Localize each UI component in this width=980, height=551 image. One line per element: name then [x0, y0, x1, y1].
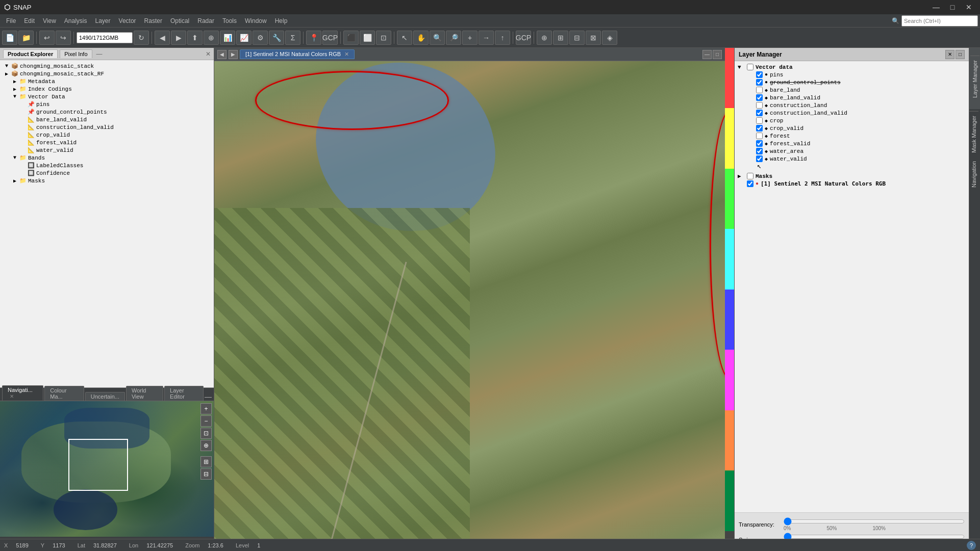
tree-item-forest-valid[interactable]: 📐 forest_valid [2, 139, 212, 146]
tool18[interactable]: ⊟ [569, 31, 585, 45]
map-view[interactable] [214, 61, 725, 551]
forest-checkbox[interactable] [756, 133, 763, 139]
tool1[interactable]: ◀ [155, 31, 170, 45]
gcp-button[interactable]: GCP [322, 31, 338, 45]
tree-item-water-valid[interactable]: 📐 water_valid [2, 146, 212, 154]
lm-item-bare-land-valid[interactable]: ◆ bare_land_valid [737, 94, 967, 101]
zoom-out-nav-button[interactable]: − [200, 415, 212, 427]
tree-item-bare-land-valid[interactable]: 📐 bare_land_valid [2, 116, 212, 123]
tool5[interactable]: 📊 [220, 31, 235, 45]
next-view-button[interactable]: ▶ [229, 50, 238, 59]
prev-view-button[interactable]: ◀ [217, 50, 227, 59]
zoom-in-nav-button[interactable]: + [200, 403, 212, 414]
view-tab-close-icon[interactable]: ✕ [344, 51, 349, 57]
tree-item-bands[interactable]: ▼ 📁 Bands [2, 154, 212, 162]
lm-close-button[interactable]: ✕ [945, 50, 954, 59]
lm-section-masks[interactable]: ▶ Masks [737, 172, 967, 180]
menu-raster[interactable]: Raster [140, 16, 166, 25]
new-button[interactable]: 📄 [2, 31, 17, 45]
menu-help[interactable]: Help [271, 16, 292, 25]
construction-land-valid-checkbox[interactable] [756, 110, 763, 116]
tool14[interactable]: → [479, 31, 494, 45]
view-tab-sentinel[interactable]: [1] Sentinel 2 MSI Natural Colors RGB ✕ [240, 49, 355, 59]
tool2[interactable]: ▶ [171, 31, 186, 45]
vector-section-checkbox[interactable] [747, 64, 753, 70]
menu-edit[interactable]: Edit [20, 16, 39, 25]
gcp-checkbox[interactable] [756, 79, 763, 86]
crop-checkbox[interactable] [756, 117, 763, 124]
zoom-in-tool[interactable]: 🔍 [430, 31, 445, 45]
sidebar-tab-layer-manager[interactable]: Layer Manager [970, 56, 979, 102]
tab-pixel-info[interactable]: Pixel Info [60, 49, 92, 58]
lm-item-construction-land[interactable]: ◆ construction_land [737, 101, 967, 109]
tree-item-chongming-stack[interactable]: ▼ 📦 chongming_mosaic_stack [2, 62, 212, 70]
maximize-button[interactable]: □ [945, 0, 960, 14]
expand-icon[interactable]: ▶ [12, 86, 18, 92]
lm-item-bare-land[interactable]: ◆ bare_land [737, 86, 967, 94]
lm-item-water-area[interactable]: ◆ water_area [737, 147, 967, 155]
masks-expand-arrow[interactable]: ▶ [738, 173, 745, 179]
search-input[interactable] [901, 15, 978, 27]
expand-icon[interactable]: ▼ [4, 63, 10, 69]
construction-land-checkbox[interactable] [756, 102, 763, 109]
tool20[interactable]: ◈ [602, 31, 617, 45]
zoom-actual-nav-button[interactable]: ⊕ [200, 440, 212, 451]
tool16[interactable]: ⊕ [537, 31, 552, 45]
panel-minimize-button[interactable]: — [96, 50, 103, 58]
bare-land-checkbox[interactable] [756, 87, 763, 93]
lm-item-crop-valid[interactable]: ◆ crop_valid [737, 124, 967, 132]
lm-item-gcp[interactable]: ● ground_control_points [737, 78, 967, 86]
sentinel-checkbox[interactable] [747, 180, 753, 187]
tab-colour-map[interactable]: Colour Ma... [44, 386, 84, 401]
tab-close-icon[interactable]: ✕ [10, 393, 14, 399]
tool19[interactable]: ⊠ [586, 31, 601, 45]
tree-item-labeled-classes[interactable]: 🔲 LabeledClasses [2, 162, 212, 169]
minimize-button[interactable]: — [929, 0, 943, 14]
tool15[interactable]: ↑ [495, 31, 510, 45]
sync-nav-button[interactable]: ⊞ [200, 456, 212, 467]
menu-tools[interactable]: Tools [218, 16, 241, 25]
tool11[interactable]: ⬜ [360, 31, 375, 45]
status-help[interactable]: ? [967, 541, 976, 550]
crop-valid-checkbox[interactable] [756, 125, 763, 132]
lm-item-pins[interactable]: ● pins [737, 71, 967, 78]
bottom-panel-minimize[interactable]: — [205, 392, 212, 401]
tree-item-chongming-stack-rf[interactable]: ▶ 📦 chongming_mosaic_stack_RF [2, 70, 212, 77]
lm-section-vector[interactable]: ▼ Vector data [737, 63, 967, 71]
tool8[interactable]: 🔧 [269, 31, 284, 45]
center-maximize-button[interactable]: □ [713, 50, 722, 59]
transparency-slider[interactable] [784, 517, 965, 526]
center-minimize-button[interactable]: — [702, 50, 712, 59]
tool7[interactable]: ⚙ [253, 31, 268, 45]
gcp2-button[interactable]: GCP [516, 31, 531, 45]
tree-item-gcp[interactable]: 📌 ground_control_points [2, 108, 212, 116]
extra-nav-button[interactable]: ⊟ [200, 468, 212, 480]
open-button[interactable]: 📁 [18, 31, 34, 45]
close-button[interactable]: ✕ [962, 0, 976, 14]
menu-analysis[interactable]: Analysis [60, 16, 91, 25]
menu-layer[interactable]: Layer [91, 16, 115, 25]
tool6[interactable]: 📈 [236, 31, 252, 45]
tool12[interactable]: ⊡ [376, 31, 391, 45]
tree-item-construction-land-valid[interactable]: 📐 construction_land_valid [2, 123, 212, 131]
menu-view[interactable]: View [39, 16, 60, 25]
expand-arrow[interactable]: ▼ [738, 64, 745, 70]
select-tool[interactable]: ↖ [397, 31, 412, 45]
tab-world-view[interactable]: World View [126, 386, 163, 401]
tree-item-metadata[interactable]: ▶ 📁 Metadata [2, 77, 212, 85]
water-area-checkbox[interactable] [756, 148, 763, 154]
masks-checkbox[interactable] [747, 173, 753, 179]
lm-item-crop[interactable]: ◆ crop [737, 117, 967, 124]
tab-layer-editor[interactable]: Layer Editor [164, 386, 204, 401]
lm-item-sentinel[interactable]: ● [1] Sentinel 2 MSI Natural Colors RGB [737, 180, 967, 188]
expand-icon[interactable]: ▶ [4, 71, 10, 77]
tool3[interactable]: ⬆ [187, 31, 203, 45]
tree-item-masks[interactable]: ▶ 📁 Masks [2, 177, 212, 185]
menu-optical[interactable]: Optical [166, 16, 193, 25]
sidebar-tab-navigation[interactable]: Navigation [969, 157, 978, 192]
tab-navigation[interactable]: Navigati... ✕ [2, 385, 43, 401]
zoom-out-tool[interactable]: 🔎 [446, 31, 461, 45]
tool9[interactable]: Σ [285, 31, 300, 45]
menu-vector[interactable]: Vector [115, 16, 140, 25]
menu-radar[interactable]: Radar [193, 16, 218, 25]
